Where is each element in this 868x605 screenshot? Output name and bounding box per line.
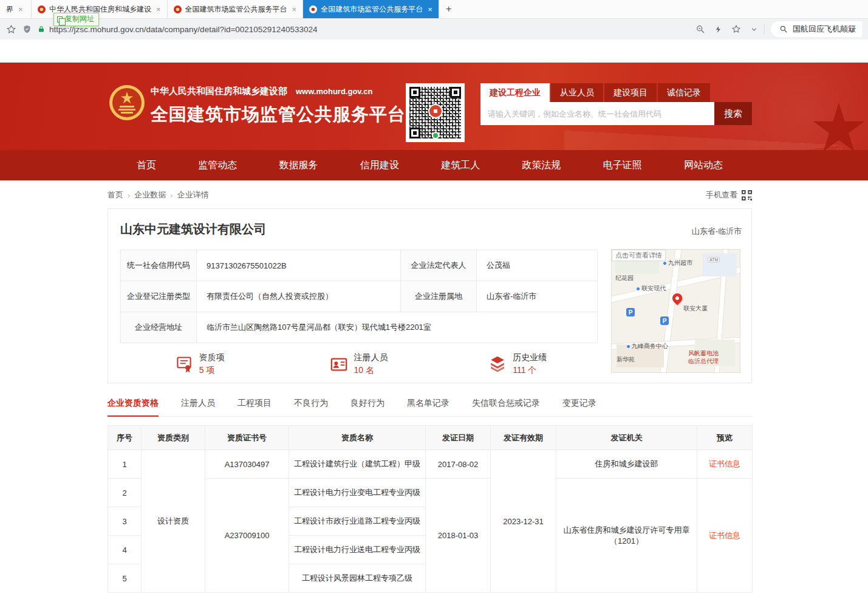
nav-item-credit[interactable]: 信用建设 bbox=[360, 159, 399, 172]
parking-icon: P bbox=[626, 308, 635, 316]
company-summary-card: 山东中元建筑设计有限公司 山东省-临沂市 统一社会信用代码 9137130267… bbox=[108, 208, 752, 383]
platform-title: 全国建筑市场监管公共服务平台 bbox=[151, 103, 406, 127]
cell-no: 4 bbox=[108, 536, 142, 564]
cell-no: 2 bbox=[108, 479, 142, 507]
certificate-info-link[interactable]: 证书信息 bbox=[697, 479, 753, 593]
nav-item-e-license[interactable]: 电子证照 bbox=[603, 159, 642, 172]
favorite-star-icon[interactable] bbox=[731, 24, 741, 34]
stat-value: 10 名 bbox=[354, 365, 388, 376]
cell-qual-name: 工程设计电力行业送电工程专业丙级 bbox=[289, 536, 426, 564]
cell-qual-name: 工程设计建筑行业（建筑工程）甲级 bbox=[289, 450, 426, 479]
stat-label: 历史业绩 bbox=[513, 352, 547, 363]
search-tab-label: 从业人员 bbox=[560, 87, 594, 98]
cell-issue-date: 2017-08-02 bbox=[426, 450, 491, 479]
qr-corner-icon bbox=[409, 87, 420, 98]
platform-search-button[interactable]: 搜索 bbox=[714, 102, 752, 125]
main-navigation: 首页 监管动态 数据服务 信用建设 建筑工人 政策法规 电子证照 网站动态 bbox=[0, 150, 868, 180]
platform-search-input[interactable] bbox=[480, 102, 714, 125]
national-emblem-logo bbox=[109, 84, 145, 121]
tab-favicon-icon bbox=[38, 5, 46, 13]
chevron-down-icon[interactable] bbox=[750, 26, 758, 33]
search-icon bbox=[779, 25, 788, 33]
browser-search-box[interactable]: 国航回应飞机颠簸 bbox=[771, 21, 862, 37]
browser-tab-jzsc-1[interactable]: 全国建筑市场监管公共服务平台 bbox=[168, 0, 304, 18]
browser-tab-jzsc-active[interactable]: 全国建筑市场监管公共服务平台 bbox=[303, 0, 439, 18]
map-poi-label: 九峰商务中心 bbox=[626, 342, 668, 350]
nav-item-home[interactable]: 首页 bbox=[137, 159, 156, 172]
col-header: 资质名称 bbox=[289, 426, 426, 450]
browser-tab-mohurd[interactable]: 中华人民共和国住房和城乡建设 bbox=[32, 0, 168, 18]
breadcrumb-company-detail: 企业详情 bbox=[177, 190, 209, 200]
search-tab-practitioners[interactable]: 从业人员 bbox=[551, 83, 603, 102]
breadcrumb-company-data[interactable]: 企业数据 bbox=[134, 190, 166, 200]
col-header: 资质类别 bbox=[142, 426, 205, 450]
tab-bad-behavior[interactable]: 不良行为 bbox=[294, 398, 328, 416]
cell-qual-name: 工程设计电力行业变电工程专业丙级 bbox=[289, 479, 426, 507]
nav-item-workers[interactable]: 建筑工人 bbox=[441, 159, 480, 172]
tab-good-behavior[interactable]: 良好行为 bbox=[350, 398, 384, 416]
tab-registered-personnel[interactable]: 注册人员 bbox=[181, 398, 215, 416]
company-stats-row: 资质项 5 项 注册人员 10 名 bbox=[120, 352, 597, 376]
poi-marker-icon bbox=[626, 344, 630, 349]
breadcrumb-home[interactable]: 首页 bbox=[108, 190, 123, 200]
map-hint: 点击可查看详情 bbox=[612, 250, 666, 261]
field-value-registration-type: 有限责任公司（自然人投资或控股） bbox=[197, 281, 401, 312]
parking-icon: P bbox=[660, 316, 669, 325]
new-tab-button[interactable] bbox=[439, 0, 459, 18]
nav-item-data-service[interactable]: 数据服务 bbox=[279, 159, 318, 172]
addressbar-actions bbox=[695, 24, 765, 34]
breadcrumb-row: 首页 企业数据 企业详情 手机查看 bbox=[108, 190, 752, 200]
search-tab-label: 建设工程企业 bbox=[490, 87, 541, 98]
url-field[interactable]: https://jzsc.mohurd.gov.cn/data/company/… bbox=[38, 25, 689, 34]
qr-center-logo bbox=[428, 104, 443, 118]
search-category-tabs: 建设工程企业 从业人员 建设项目 诚信记录 bbox=[480, 83, 752, 102]
breadcrumb-separator-icon bbox=[128, 191, 130, 200]
cell-category: 设计资质 bbox=[142, 450, 205, 593]
field-label: 统一社会信用代码 bbox=[121, 250, 197, 281]
tab-blacklist[interactable]: 黑名单记录 bbox=[407, 398, 449, 416]
shield-icon[interactable] bbox=[22, 24, 32, 34]
tab-title: 界 bbox=[6, 4, 13, 15]
tab-title: 全国建筑市场监管公共服务平台 bbox=[321, 4, 423, 15]
qr-green-dot-icon bbox=[432, 132, 439, 139]
table-header-row: 序号 资质类别 资质证书号 资质名称 发证日期 发证有效期 发证机关 预览 bbox=[108, 426, 753, 450]
mobile-view-button[interactable]: 手机查看 bbox=[706, 190, 752, 200]
cell-no: 3 bbox=[108, 507, 142, 536]
search-tab-construction-enterprise[interactable]: 建设工程企业 bbox=[480, 83, 550, 102]
poi-marker-icon bbox=[663, 261, 667, 265]
table-row: 2 A237009100 工程设计电力行业变电工程专业丙级 2018-01-03… bbox=[108, 479, 753, 507]
stat-label: 注册人员 bbox=[354, 352, 388, 363]
tab-favicon-icon bbox=[174, 5, 182, 13]
nav-item-site-news[interactable]: 网站动态 bbox=[684, 159, 723, 172]
map-poi-label: 风帆蓄电池 bbox=[688, 349, 719, 358]
search-tab-credit-records[interactable]: 诚信记录 bbox=[658, 83, 710, 102]
field-value-legal-rep: 公茂福 bbox=[477, 250, 598, 281]
nav-item-supervision[interactable]: 监管动态 bbox=[198, 159, 237, 172]
cell-qual-name: 工程设计市政行业道路工程专业丙级 bbox=[289, 507, 426, 536]
tab-qualifications[interactable]: 企业资质资格 bbox=[108, 398, 159, 417]
bookmark-star-icon[interactable] bbox=[6, 24, 16, 35]
cell-issue-date: 2018-01-03 bbox=[426, 479, 491, 593]
close-icon[interactable] bbox=[428, 5, 432, 14]
tab-projects[interactable]: 工程项目 bbox=[238, 398, 272, 416]
close-icon[interactable] bbox=[292, 5, 297, 14]
flash-icon[interactable] bbox=[714, 25, 722, 34]
certificate-info-link[interactable]: 证书信息 bbox=[697, 450, 753, 479]
close-icon[interactable] bbox=[18, 5, 23, 14]
stat-label: 资质项 bbox=[199, 352, 225, 363]
nav-item-policy[interactable]: 政策法规 bbox=[522, 159, 561, 172]
search-tab-projects[interactable]: 建设项目 bbox=[604, 83, 657, 102]
cell-no: 5 bbox=[108, 564, 142, 593]
zoom-icon[interactable] bbox=[695, 24, 705, 34]
cell-no: 1 bbox=[108, 450, 142, 479]
map-poi-label: 临沂总代理 bbox=[688, 357, 719, 366]
tab-favicon-icon bbox=[309, 5, 317, 13]
tab-change-records[interactable]: 变更记录 bbox=[562, 398, 596, 416]
breadcrumb: 首页 企业数据 企业详情 bbox=[108, 190, 209, 200]
close-icon[interactable] bbox=[156, 5, 161, 14]
tab-dishonesty-records[interactable]: 失信联合惩戒记录 bbox=[472, 398, 540, 416]
company-location-map[interactable]: 点击可查看详情 九州超市 ATM 纪花园 联安现代 联安大厦 P P 九峰商务中… bbox=[611, 249, 740, 373]
brand-block: 中华人民共和国住房和城乡建设部 www.mohurd.gov.cn 全国建筑市场… bbox=[151, 86, 406, 127]
ministry-site-url: www.mohurd.gov.cn bbox=[296, 87, 372, 96]
browser-tab-partial[interactable]: 界 bbox=[0, 0, 32, 18]
